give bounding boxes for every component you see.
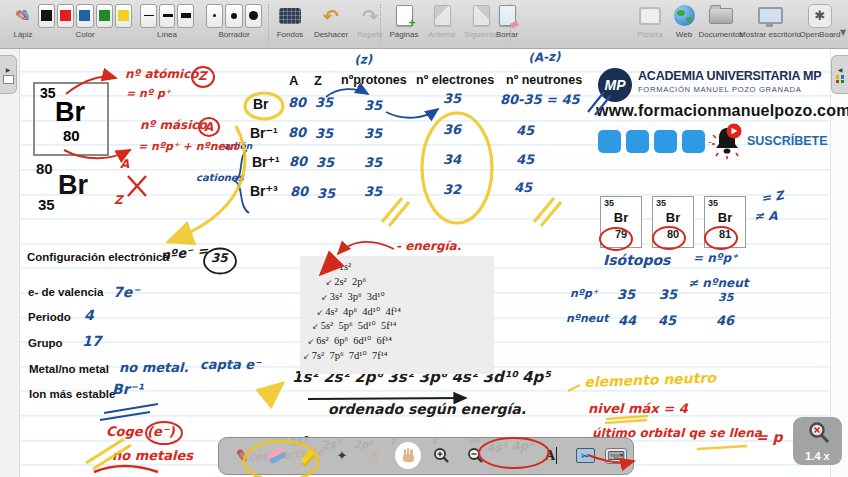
left-drawer-tab[interactable]: ▶ bbox=[0, 55, 17, 94]
handwriting-annotation: 36 bbox=[443, 123, 461, 137]
handwriting-annotation: 44 bbox=[618, 314, 636, 328]
academy-subtitle: FORMACIÓN MANUEL POZO GRANADA bbox=[638, 85, 801, 94]
handwriting-annotation: 35 bbox=[718, 292, 733, 304]
new-page-icon: + bbox=[386, 2, 422, 29]
handwriting-annotation: 4 bbox=[84, 308, 94, 323]
pages-button[interactable]: + Páginas bbox=[386, 2, 422, 39]
board-mode-button[interactable]: Pizarra bbox=[632, 2, 668, 39]
facebook-icon bbox=[598, 130, 621, 153]
color-swatch-button[interactable] bbox=[38, 4, 55, 28]
element-card-number-bottom: 80 bbox=[63, 127, 80, 144]
color-swatch-button[interactable] bbox=[57, 4, 74, 28]
header-electrones: nº electrones bbox=[416, 74, 494, 87]
handwriting-annotation: 35 bbox=[315, 127, 333, 141]
line-medium-button[interactable] bbox=[159, 4, 176, 28]
handwriting-annotation: = Z bbox=[760, 189, 785, 205]
line-thin-button[interactable] bbox=[140, 4, 157, 28]
palette-keyboard-icon[interactable]: ⌨ bbox=[603, 442, 629, 469]
handwriting-annotation: 35 bbox=[617, 288, 635, 302]
expand-left-icon: ◀ bbox=[838, 66, 843, 73]
handwriting-annotation: elemento neutro bbox=[584, 370, 716, 389]
nuclide-mass: 80 bbox=[36, 160, 53, 177]
line-width-group: Línea bbox=[139, 2, 195, 39]
library-icon bbox=[3, 75, 14, 84]
handwriting-annotation: 35 bbox=[211, 252, 228, 265]
handwriting-annotation: 80-35 = 45 bbox=[500, 93, 580, 107]
palette-eraser-icon[interactable] bbox=[263, 442, 289, 469]
isotope-text: 80 bbox=[653, 228, 693, 240]
chevron-down-icon[interactable]: ▼ bbox=[840, 28, 846, 37]
palette-hand-icon[interactable] bbox=[395, 442, 421, 469]
handwriting-annotation: 45 bbox=[516, 124, 534, 138]
eraser-medium-button[interactable] bbox=[225, 4, 242, 28]
isotope-text: 79 bbox=[601, 228, 641, 240]
handwriting-annotation: 80 bbox=[289, 155, 307, 169]
handwriting-annotation: 35 bbox=[659, 288, 677, 302]
background-grid-icon bbox=[272, 2, 308, 29]
openboard-menu-button[interactable]: ✱ OpenBoard bbox=[799, 2, 841, 39]
academy-title: ACADEMIA UNIVERSITARIA MP bbox=[638, 69, 821, 83]
clear-page-button[interactable]: Borrar bbox=[488, 2, 526, 39]
eraser-small-button[interactable] bbox=[206, 4, 223, 28]
handwriting-annotation: A bbox=[120, 158, 129, 171]
handwriting-annotation: 34 bbox=[443, 153, 461, 167]
right-drawer-tab[interactable]: ◀ bbox=[831, 55, 848, 94]
label-ion: Ion más estable bbox=[29, 388, 115, 400]
magnifier-icon bbox=[803, 421, 833, 447]
handwriting-annotation: 35 bbox=[364, 127, 382, 141]
element-card-br: 35 Br 80 bbox=[33, 82, 109, 156]
header-neutrones: nº neutrones bbox=[506, 74, 582, 87]
line-thick-button[interactable] bbox=[177, 4, 194, 28]
show-desktop-button[interactable]: Mostrar escritorio bbox=[736, 2, 804, 39]
palette-pen-icon[interactable]: ✎ bbox=[229, 442, 255, 469]
main-toolbar: ✎ ✎ Lápiz Color Línea Borrador Fondos ↶ … bbox=[0, 0, 848, 49]
handwriting-annotation: 35 bbox=[316, 156, 334, 170]
pencil-icon: ✎ ✎ bbox=[6, 2, 40, 29]
element-card-symbol: Br bbox=[55, 97, 85, 128]
handwriting-annotation: nº atómico bbox=[125, 68, 199, 81]
expand-right-icon: ▶ bbox=[6, 66, 11, 73]
isotope-card-81: 35Br81 bbox=[704, 196, 746, 248]
handwriting-annotation: 35 bbox=[364, 156, 382, 170]
stylus-palette[interactable]: ✎ ✦ ☝ A ✂ ⌨ bbox=[218, 437, 634, 475]
handwriting-annotation: 45 bbox=[516, 153, 534, 167]
monitor-icon bbox=[736, 2, 804, 29]
palette-finger-icon[interactable]: ☝ bbox=[361, 442, 387, 469]
zoom-widget[interactable]: 1.4 x bbox=[793, 417, 842, 465]
moeller-row: 5s² 5p⁶ 5d¹⁰ 5f¹⁴ bbox=[312, 319, 397, 331]
handwriting-annotation: Z bbox=[114, 194, 123, 207]
palette-zoom-out-icon[interactable] bbox=[463, 442, 489, 469]
eraser-large-button[interactable] bbox=[245, 4, 262, 28]
redo-button[interactable]: ↷ Repetir bbox=[352, 2, 388, 39]
zoom-level-label: 1.4 x bbox=[793, 450, 842, 462]
undo-icon: ↶ bbox=[311, 2, 351, 29]
handwriting-annotation: = nºp⁺ + nºneut bbox=[138, 141, 238, 153]
handwriting-annotation: 35 bbox=[364, 99, 382, 113]
species-br: Br bbox=[253, 97, 269, 112]
isotope-text: 35 bbox=[656, 198, 666, 208]
moeller-diagram-image: 1s²2s² 2p⁶3s² 3p⁶ 3d¹⁰4s² 4p⁶ 4d¹⁰ 4f¹⁴5… bbox=[300, 256, 494, 374]
color-swatch-button[interactable] bbox=[96, 4, 113, 28]
pen-tool-button[interactable]: ✎ ✎ Lápiz bbox=[6, 2, 40, 39]
clear-page-icon bbox=[488, 2, 526, 29]
header-Z: Z bbox=[314, 74, 322, 88]
handwriting-annotation: 7e⁻ bbox=[113, 285, 140, 300]
backgrounds-button[interactable]: Fondos bbox=[272, 2, 308, 39]
palette-text-icon[interactable]: A bbox=[538, 442, 564, 469]
previous-page-button[interactable]: Anterior bbox=[424, 2, 460, 39]
palette-selector-icon[interactable]: ✦ bbox=[329, 442, 355, 469]
handwriting-annotation: nºe⁻ = bbox=[160, 244, 209, 263]
color-swatch-button[interactable] bbox=[76, 4, 93, 28]
color-swatch-button[interactable] bbox=[115, 4, 132, 28]
palette-capture-icon[interactable]: ✂ bbox=[572, 442, 598, 469]
isotope-text: Br bbox=[705, 210, 745, 225]
palette-zoom-in-icon[interactable] bbox=[429, 442, 455, 469]
handwriting-annotation: A bbox=[204, 121, 213, 134]
handwriting-annotation: 17 bbox=[82, 334, 101, 349]
element-card-number-top: 35 bbox=[40, 85, 56, 101]
handwriting-annotation: = p bbox=[756, 430, 783, 445]
undo-button[interactable]: ↶ Deshacer bbox=[311, 2, 351, 39]
handwriting-annotation: capta e⁻ bbox=[200, 358, 261, 372]
palette-highlighter-icon[interactable] bbox=[295, 442, 321, 469]
academy-url: www.formacionmanuelpozo.com bbox=[596, 102, 848, 120]
